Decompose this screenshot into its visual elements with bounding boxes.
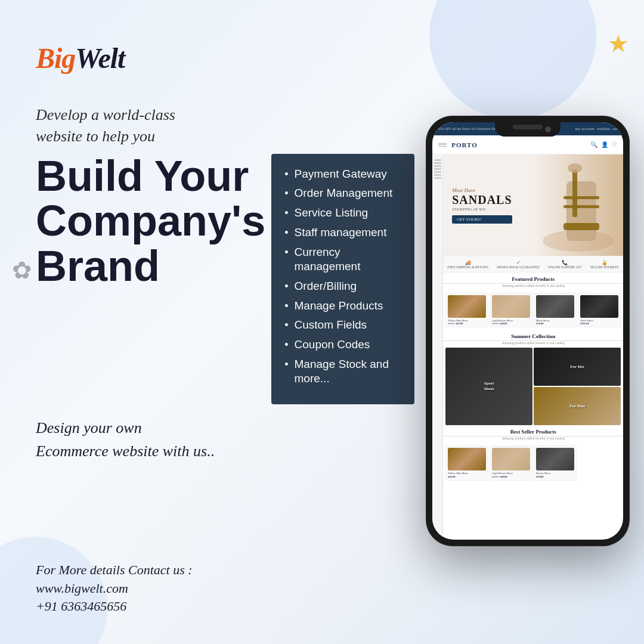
bestseller-price-1: $45.00 (448, 475, 486, 478)
hero-price: STARTING AT $19 (452, 207, 512, 212)
product-item-1[interactable]: Yellow Men Shoes $52.00 $45.00 (445, 293, 488, 327)
feature-item-5: Currency management (284, 245, 398, 274)
categories-sidebar (438, 143, 447, 147)
topbar-icons: my account wishlist cart (575, 126, 618, 131)
product-pricing-2: $53.00 $49.00 (492, 322, 530, 325)
bestseller-old-2: $65.00 (492, 475, 499, 478)
feature-item-9: Coupon Codes (284, 338, 398, 352)
contact-phone: +91 6363465656 (36, 599, 414, 614)
summer-section-title: Summer Collection (443, 330, 623, 341)
phone-notch (495, 122, 561, 137)
summer-section: SportShoes For Her For Him (443, 348, 623, 425)
hero-text: Must Have SANDALS STARTING AT $19 GET YO… (443, 178, 521, 233)
cart-icon: cart (612, 126, 619, 131)
secure-payment-icon: 🔒 (590, 260, 619, 265)
feature-list: Payment Gateway Order Management Service… (284, 167, 398, 386)
feature-item-8: Custom Fields (284, 318, 398, 333)
shipping-icon: 🚚 (447, 260, 488, 265)
feature-item-7: Manage Products (284, 299, 398, 314)
svg-rect-5 (564, 205, 599, 208)
info-shipping: 🚚 FREE SHIPPING & RETURN (447, 260, 488, 269)
phone-camera (545, 126, 551, 132)
svg-rect-6 (564, 196, 599, 199)
screen-nav: PORTO 🔍 👤 ♡ (432, 135, 623, 154)
feature-panel: Payment Gateway Order Management Service… (271, 154, 414, 404)
main-heading-line1: Build Your (36, 154, 265, 199)
bestseller-item-3[interactable]: Brown Shoes $59.00 (534, 445, 577, 480)
product-price-1: $45.00 (456, 322, 463, 325)
user-icon[interactable]: 👤 (601, 141, 608, 148)
logo-welt: Welt (75, 42, 125, 74)
bestseller-item-2[interactable]: Light Brown Shoes $65.00 $49.00 (490, 445, 532, 480)
bestseller-item-1[interactable]: Yellow Men Shoes $45.00 (445, 445, 488, 480)
feature-item-6: Order/Billing (284, 279, 398, 294)
logo: BigWelt (36, 42, 414, 75)
screen-main: Must Have SANDALS STARTING AT $19 GET YO… (443, 154, 623, 540)
summer-item-sport[interactable]: SportShoes (445, 348, 532, 425)
heart-icon[interactable]: ♡ (612, 141, 617, 148)
svg-rect-2 (564, 223, 599, 230)
logo-big: Big (36, 42, 75, 74)
phone-mockup: 10% OFF all the Porto Ol's Selection Sho… (426, 116, 629, 546)
main-heading-line2: Company's (36, 199, 265, 244)
bestseller-price-2: $49.00 (500, 475, 507, 478)
feature-item-3: Service Listing (284, 206, 398, 221)
contact-section: For More details Contact us : www.bigwel… (36, 562, 414, 614)
left-panel: BigWelt Develop a world-classwebsite to … (36, 36, 414, 614)
product-img-1 (448, 295, 486, 318)
product-old-price-1: $52.00 (448, 322, 454, 325)
moneyback-icon: ✓ (497, 260, 540, 265)
product-old-price-2: $53.00 (492, 322, 499, 325)
right-panel: ★ 10% OFF all the Porto Ol's Selection S… (426, 36, 629, 614)
product-img-3 (536, 295, 574, 318)
product-price-4: $105.00 (580, 322, 618, 325)
heading-left: Build Your Company's Brand (36, 154, 265, 289)
screen-hero: Must Have SANDALS STARTING AT $19 GET YO… (443, 154, 623, 256)
support-icon: 📞 (548, 260, 582, 265)
wishlist-icon: wishlist (597, 126, 610, 131)
contact-label: For More details Contact us : (36, 562, 414, 578)
featured-subtitle: Amazing products added recently to our c… (443, 284, 623, 290)
contact-website: www.bigwelt.com (36, 581, 414, 596)
main-content: BigWelt Develop a world-classwebsite to … (0, 0, 644, 644)
info-support: 📞 ONLINE SUPPORT 24/7 (548, 260, 582, 269)
info-moneyback: ✓ MONEY-BACK GUARANTEE (497, 260, 540, 269)
phone-screen: 10% OFF all the Porto Ol's Selection Sho… (432, 122, 623, 540)
account-icon: my account (575, 126, 594, 131)
product-grid: Yellow Men Shoes $52.00 $45.00 (443, 290, 623, 330)
product-item-3[interactable]: Black Shoes $59.00 (534, 293, 577, 327)
product-price-2: $49.00 (500, 322, 507, 325)
flower-decoration: ✿ (12, 256, 32, 284)
left-sidebar (432, 154, 443, 540)
hero-title: SANDALS (452, 193, 512, 207)
summer-label-him: For Him (569, 404, 585, 409)
bestseller-img-3 (536, 448, 574, 470)
bestseller-price-3: $59.00 (536, 475, 574, 478)
bestseller-img-2 (492, 448, 530, 470)
phone-speaker (513, 125, 543, 129)
bestseller-section-title: Best Seller Products (443, 425, 623, 436)
product-price-3: $59.00 (536, 322, 574, 325)
product-img-2 (492, 295, 530, 318)
summer-item-her[interactable]: For Her (534, 348, 621, 386)
search-icon[interactable]: 🔍 (590, 141, 597, 148)
product-item-2[interactable]: Light Brown Shoes $53.00 $49.00 (490, 293, 532, 327)
info-bar: 🚚 FREE SHIPPING & RETURN ✓ MONEY-BACK GU… (443, 256, 623, 273)
nav-logo: PORTO (451, 141, 478, 148)
feature-item-4: Staff management (284, 225, 398, 240)
star-decoration: ★ (608, 30, 629, 58)
subtitle: Develop a world-classwebsite to help you (36, 104, 414, 148)
product-item-4[interactable]: Work Shoes $105.00 (578, 293, 621, 327)
summer-grid: SportShoes For Her For Him (445, 348, 621, 425)
hero-button[interactable]: GET YOURS! (452, 215, 512, 224)
summer-item-him[interactable]: For Him (534, 387, 621, 425)
feature-item-2: Order Management (284, 186, 398, 201)
main-heading-line3: Brand (36, 244, 265, 289)
svg-rect-3 (572, 169, 577, 217)
product-img-4 (580, 295, 618, 318)
nav-icons: 🔍 👤 ♡ (590, 141, 617, 148)
svg-rect-1 (566, 181, 596, 241)
info-payment: 🔒 SECURE PAYMENT (590, 260, 619, 269)
svg-point-4 (568, 163, 582, 173)
summer-label-sport: SportShoes (484, 381, 494, 392)
